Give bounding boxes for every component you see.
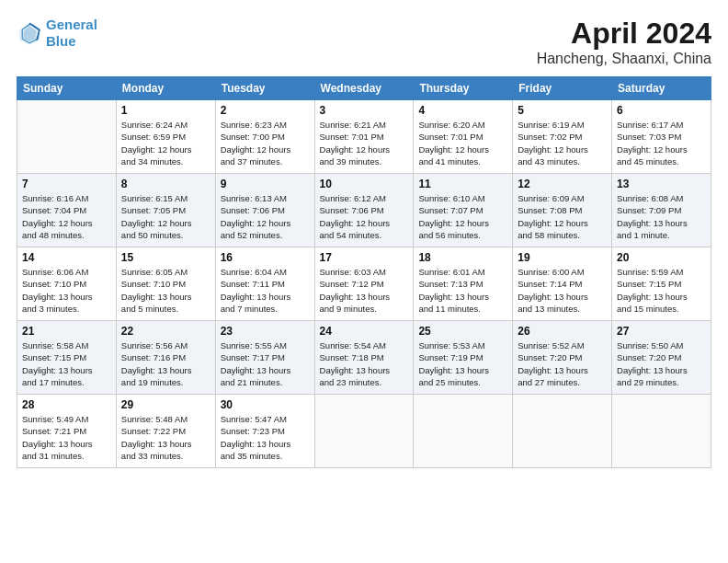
day-info: Sunrise: 6:04 AM Sunset: 7:11 PM Dayligh… [221, 266, 310, 315]
weekday-header-sunday: Sunday [17, 77, 117, 100]
calendar-cell: 9Sunrise: 6:13 AM Sunset: 7:06 PM Daylig… [215, 174, 314, 247]
day-info: Sunrise: 6:21 AM Sunset: 7:01 PM Dayligh… [320, 119, 409, 167]
day-info: Sunrise: 5:55 AM Sunset: 7:17 PM Dayligh… [221, 339, 310, 388]
calendar-cell: 29Sunrise: 5:48 AM Sunset: 7:22 PM Dayli… [116, 395, 215, 468]
day-number: 13 [617, 178, 706, 190]
calendar-cell: 13Sunrise: 6:08 AM Sunset: 7:09 PM Dayli… [612, 174, 711, 247]
calendar-cell [414, 395, 513, 468]
calendar-cell: 20Sunrise: 5:59 AM Sunset: 7:15 PM Dayli… [612, 247, 711, 321]
day-info: Sunrise: 5:47 AM Sunset: 7:23 PM Dayligh… [221, 413, 310, 462]
day-number: 8 [121, 178, 210, 190]
weekday-header-wednesday: Wednesday [314, 77, 414, 100]
day-info: Sunrise: 5:52 AM Sunset: 7:20 PM Dayligh… [518, 339, 607, 388]
calendar-cell: 27Sunrise: 5:50 AM Sunset: 7:20 PM Dayli… [612, 321, 711, 395]
day-info: Sunrise: 6:20 AM Sunset: 7:01 PM Dayligh… [418, 119, 507, 167]
day-number: 16 [221, 251, 310, 264]
day-number: 28 [22, 398, 111, 411]
weekday-header-friday: Friday [513, 77, 612, 100]
day-number: 18 [418, 251, 507, 264]
day-number: 25 [418, 325, 507, 338]
day-info: Sunrise: 6:15 AM Sunset: 7:05 PM Dayligh… [121, 192, 210, 241]
day-number: 9 [221, 178, 310, 190]
day-info: Sunrise: 6:00 AM Sunset: 7:14 PM Dayligh… [518, 266, 607, 315]
calendar-cell: 19Sunrise: 6:00 AM Sunset: 7:14 PM Dayli… [513, 247, 612, 321]
calendar-table: SundayMondayTuesdayWednesdayThursdayFrid… [17, 76, 711, 468]
calendar-cell: 12Sunrise: 6:09 AM Sunset: 7:08 PM Dayli… [513, 174, 612, 247]
title-block: April 2024 Hancheng, Shaanxi, China [537, 17, 711, 67]
weekday-header-saturday: Saturday [612, 77, 711, 100]
day-number: 19 [518, 251, 607, 264]
calendar-cell: 7Sunrise: 6:16 AM Sunset: 7:04 PM Daylig… [17, 174, 117, 247]
calendar-cell: 21Sunrise: 5:58 AM Sunset: 7:15 PM Dayli… [17, 321, 117, 395]
calendar-cell: 25Sunrise: 5:53 AM Sunset: 7:19 PM Dayli… [414, 321, 513, 395]
day-number: 23 [221, 325, 310, 338]
day-info: Sunrise: 5:59 AM Sunset: 7:15 PM Dayligh… [617, 266, 706, 315]
day-info: Sunrise: 6:17 AM Sunset: 7:03 PM Dayligh… [617, 119, 706, 167]
month-title: April 2024 [537, 17, 711, 51]
day-info: Sunrise: 5:50 AM Sunset: 7:20 PM Dayligh… [617, 339, 706, 388]
weekday-header-monday: Monday [116, 77, 215, 100]
header: General Blue April 2024 Hancheng, Shaanx… [17, 17, 711, 67]
calendar-cell: 2Sunrise: 6:23 AM Sunset: 7:00 PM Daylig… [215, 100, 314, 174]
day-number: 2 [221, 104, 310, 117]
day-number: 17 [320, 251, 409, 264]
weekday-header-thursday: Thursday [414, 77, 513, 100]
day-number: 30 [221, 398, 310, 411]
day-info: Sunrise: 6:23 AM Sunset: 7:00 PM Dayligh… [221, 119, 310, 167]
calendar-cell [17, 100, 117, 174]
calendar-cell: 23Sunrise: 5:55 AM Sunset: 7:17 PM Dayli… [215, 321, 314, 395]
calendar-cell: 26Sunrise: 5:52 AM Sunset: 7:20 PM Dayli… [513, 321, 612, 395]
logo: General Blue [17, 17, 97, 50]
day-number: 29 [121, 398, 210, 411]
calendar-cell: 8Sunrise: 6:15 AM Sunset: 7:05 PM Daylig… [116, 174, 215, 247]
calendar-cell: 24Sunrise: 5:54 AM Sunset: 7:18 PM Dayli… [314, 321, 414, 395]
weekday-header-tuesday: Tuesday [215, 77, 314, 100]
calendar-cell: 6Sunrise: 6:17 AM Sunset: 7:03 PM Daylig… [612, 100, 711, 174]
day-info: Sunrise: 6:24 AM Sunset: 6:59 PM Dayligh… [121, 119, 210, 167]
day-info: Sunrise: 6:03 AM Sunset: 7:12 PM Dayligh… [320, 266, 409, 315]
calendar-cell: 17Sunrise: 6:03 AM Sunset: 7:12 PM Dayli… [314, 247, 414, 321]
logo-text: General Blue [46, 17, 97, 50]
day-info: Sunrise: 6:01 AM Sunset: 7:13 PM Dayligh… [418, 266, 507, 315]
day-number: 11 [418, 178, 507, 190]
calendar-cell [513, 395, 612, 468]
day-number: 4 [418, 104, 507, 117]
calendar-cell: 22Sunrise: 5:56 AM Sunset: 7:16 PM Dayli… [116, 321, 215, 395]
day-info: Sunrise: 6:05 AM Sunset: 7:10 PM Dayligh… [121, 266, 210, 315]
calendar-cell: 30Sunrise: 5:47 AM Sunset: 7:23 PM Dayli… [215, 395, 314, 468]
day-number: 22 [121, 325, 210, 338]
day-info: Sunrise: 6:10 AM Sunset: 7:07 PM Dayligh… [418, 192, 507, 241]
location-title: Hancheng, Shaanxi, China [537, 51, 711, 67]
calendar-header: SundayMondayTuesdayWednesdayThursdayFrid… [17, 77, 711, 100]
day-number: 7 [22, 178, 111, 190]
logo-line1: General [46, 17, 97, 32]
calendar-cell: 28Sunrise: 5:49 AM Sunset: 7:21 PM Dayli… [17, 395, 117, 468]
page: General Blue April 2024 Hancheng, Shaanx… [0, 0, 728, 563]
day-number: 21 [22, 325, 111, 338]
week-row-5: 28Sunrise: 5:49 AM Sunset: 7:21 PM Dayli… [17, 395, 711, 468]
day-info: Sunrise: 6:06 AM Sunset: 7:10 PM Dayligh… [22, 266, 111, 315]
day-number: 12 [518, 178, 607, 190]
day-number: 5 [518, 104, 607, 117]
day-number: 24 [320, 325, 409, 338]
weekday-row: SundayMondayTuesdayWednesdayThursdayFrid… [17, 77, 711, 100]
day-number: 15 [121, 251, 210, 264]
calendar-cell: 1Sunrise: 6:24 AM Sunset: 6:59 PM Daylig… [116, 100, 215, 174]
day-info: Sunrise: 5:54 AM Sunset: 7:18 PM Dayligh… [320, 339, 409, 388]
day-number: 10 [320, 178, 409, 190]
day-number: 20 [617, 251, 706, 264]
calendar-cell: 5Sunrise: 6:19 AM Sunset: 7:02 PM Daylig… [513, 100, 612, 174]
day-info: Sunrise: 6:13 AM Sunset: 7:06 PM Dayligh… [221, 192, 310, 241]
day-info: Sunrise: 6:19 AM Sunset: 7:02 PM Dayligh… [518, 119, 607, 167]
calendar-cell: 11Sunrise: 6:10 AM Sunset: 7:07 PM Dayli… [414, 174, 513, 247]
day-info: Sunrise: 5:58 AM Sunset: 7:15 PM Dayligh… [22, 339, 111, 388]
calendar-cell: 4Sunrise: 6:20 AM Sunset: 7:01 PM Daylig… [414, 100, 513, 174]
day-info: Sunrise: 5:56 AM Sunset: 7:16 PM Dayligh… [121, 339, 210, 388]
calendar-cell: 14Sunrise: 6:06 AM Sunset: 7:10 PM Dayli… [17, 247, 117, 321]
day-number: 14 [22, 251, 111, 264]
week-row-2: 7Sunrise: 6:16 AM Sunset: 7:04 PM Daylig… [17, 174, 711, 247]
logo-icon [17, 20, 42, 46]
day-info: Sunrise: 6:12 AM Sunset: 7:06 PM Dayligh… [320, 192, 409, 241]
week-row-4: 21Sunrise: 5:58 AM Sunset: 7:15 PM Dayli… [17, 321, 711, 395]
day-info: Sunrise: 6:16 AM Sunset: 7:04 PM Dayligh… [22, 192, 111, 241]
